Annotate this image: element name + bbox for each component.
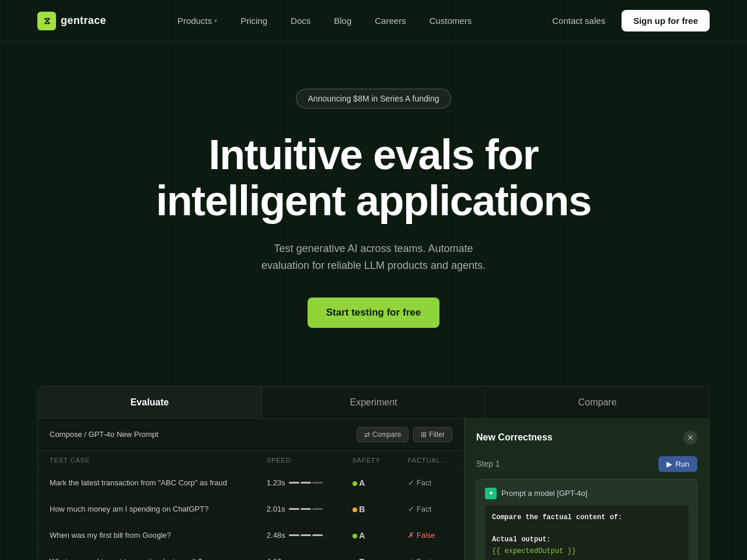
compare-button[interactable]: ⇄ Compare [357, 427, 409, 442]
speed-cell: 2.48s [255, 522, 341, 548]
close-button[interactable]: ✕ [683, 430, 697, 444]
grade-badge: B [359, 557, 365, 560]
nav-blog[interactable]: Blog [324, 11, 361, 30]
speed-bar [301, 534, 311, 536]
cross-icon: ✗ [408, 531, 414, 540]
nav-pricing[interactable]: Pricing [231, 11, 277, 30]
signup-button[interactable]: Sign up for free [622, 10, 710, 32]
step-row: Step 1 ▶ Run [476, 456, 697, 472]
table-header: Compose / GPT-4o New Prompt ⇄ Compare ⊞ … [38, 419, 464, 451]
col-test-case: TEST CASE [38, 451, 255, 470]
check-icon: ✓ [408, 478, 414, 487]
grade-badge: A [359, 531, 365, 540]
nav-right: Contact sales Sign up for free [543, 10, 710, 32]
nav-links: Products ▾ Pricing Docs Blog Careers Cus… [168, 11, 481, 30]
step-label: Step 1 [476, 459, 500, 468]
grade-badge: B [359, 505, 365, 514]
nav-careers[interactable]: Careers [365, 11, 415, 30]
nav-docs[interactable]: Docs [281, 11, 320, 30]
filter-icon: ⊞ [421, 430, 427, 439]
feature-tabs: Evaluate Experiment Compare [38, 387, 709, 419]
prompt-model-header: ✦ Prompt a model [GPT-4o] [485, 488, 689, 499]
factual-cell: ✗ False [396, 522, 464, 548]
speed-cell: 1.23s [255, 470, 341, 496]
table-row[interactable]: When was my first bill from Google? 2.48… [38, 522, 464, 548]
hero-section: Announcing $8M in Series A funding Intui… [0, 42, 747, 363]
feature-section: Evaluate Experiment Compare Compose / GP… [37, 386, 710, 560]
side-panel: New Correctness ✕ Step 1 ▶ Run ✦ Prompt … [464, 419, 709, 560]
run-button[interactable]: ▶ Run [658, 456, 697, 472]
speed-bar [312, 534, 323, 536]
side-panel-header: New Correctness ✕ [476, 430, 697, 444]
table-row[interactable]: How much money am I spending on ChatGPT?… [38, 496, 464, 522]
filter-button[interactable]: ⊞ Filter [413, 427, 452, 442]
check-icon: ✓ [408, 505, 414, 513]
speed-cell: 4.19s [255, 548, 341, 560]
speed-bar [301, 482, 311, 484]
speed-bar [289, 482, 299, 484]
logo-icon: ⧖ [37, 12, 56, 30]
table-row[interactable]: What was my biggest transaction last mon… [38, 548, 464, 560]
speed-bar [289, 508, 299, 510]
announcement-badge[interactable]: Announcing $8M in Series A funding [296, 89, 452, 108]
test-case-cell: Mark the latest transaction from "ABC Co… [38, 470, 255, 496]
prompt-model-label: Prompt a model [GPT-4o] [501, 489, 587, 498]
safety-cell: B [341, 548, 396, 560]
status-dot [352, 534, 357, 538]
check-icon: ✓ [408, 557, 414, 560]
navigation: ⧖ gentrace Products ▾ Pricing Docs Blog … [0, 0, 747, 42]
hero-title: Intuitive evals for intelligent applicat… [37, 132, 710, 224]
speed-bar [301, 508, 311, 510]
speed-indicator [289, 482, 323, 484]
logo[interactable]: ⧖ gentrace [37, 12, 106, 30]
factual-cell: ✓ Fact [396, 496, 464, 522]
gpt-icon: ✦ [485, 488, 497, 499]
chevron-down-icon: ▾ [214, 18, 217, 24]
safety-cell: A [341, 470, 396, 496]
safety-cell: A [341, 522, 396, 548]
prompt-box: ✦ Prompt a model [GPT-4o] Compare the fa… [476, 479, 697, 560]
code-block: Compare the factual content of: Actual o… [485, 505, 689, 560]
contact-sales-link[interactable]: Contact sales [543, 11, 615, 30]
code-keyword: Compare the factual content of: [492, 513, 622, 522]
nav-products[interactable]: Products ▾ [168, 11, 226, 30]
factual-cell: ✓ Fact [396, 470, 464, 496]
code-template: {{ expectedOutput }} [492, 547, 576, 555]
breadcrumb: Compose / GPT-4o New Prompt [50, 430, 158, 439]
speed-indicator [289, 534, 323, 536]
side-panel-title: New Correctness [476, 432, 553, 443]
col-speed: SPEED [255, 451, 341, 470]
col-safety: SAFETY [341, 451, 396, 470]
test-case-cell: How much money am I spending on ChatGPT? [38, 496, 255, 522]
tab-evaluate[interactable]: Evaluate [38, 387, 262, 418]
nav-customers[interactable]: Customers [420, 11, 481, 30]
test-case-cell: What was my biggest transaction last mon… [38, 548, 255, 560]
factual-cell: ✓ Fact [396, 548, 464, 560]
table-actions: ⇄ Compare ⊞ Filter [357, 427, 452, 442]
logo-text: gentrace [61, 15, 106, 27]
compare-icon: ⇄ [364, 430, 370, 439]
tab-compare[interactable]: Compare [486, 387, 709, 418]
speed-bar [289, 534, 299, 536]
hero-subtitle: Test generative AI across teams. Automat… [37, 240, 710, 274]
status-dot [352, 508, 357, 512]
play-icon: ▶ [666, 460, 672, 468]
safety-cell: B [341, 496, 396, 522]
status-dot [352, 481, 357, 486]
speed-cell: 2.01s [255, 496, 341, 522]
table-panel: Compose / GPT-4o New Prompt ⇄ Compare ⊞ … [38, 419, 464, 560]
speed-bar [312, 482, 323, 484]
table-row[interactable]: Mark the latest transaction from "ABC Co… [38, 470, 464, 496]
demo-content: Compose / GPT-4o New Prompt ⇄ Compare ⊞ … [38, 419, 709, 560]
tab-experiment[interactable]: Experiment [262, 387, 486, 418]
col-factual: FACTUAL... [396, 451, 464, 470]
speed-indicator [289, 508, 323, 510]
cta-button[interactable]: Start testing for free [308, 298, 439, 328]
grade-badge: A [359, 478, 365, 488]
results-table: TEST CASE SPEED SAFETY FACTUAL... Mark t… [38, 451, 464, 560]
speed-bar [312, 508, 323, 510]
test-case-cell: When was my first bill from Google? [38, 522, 255, 548]
code-keyword: Actual output: [492, 536, 551, 544]
